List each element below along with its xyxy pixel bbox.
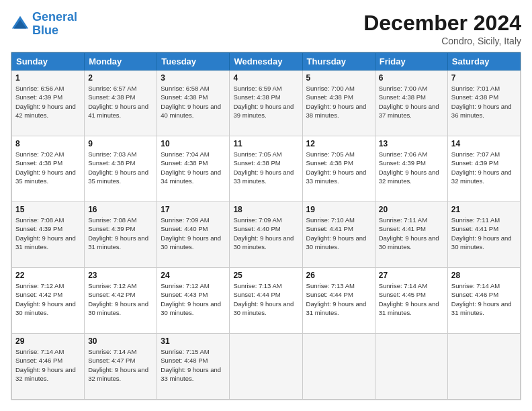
day-info: Sunrise: 7:14 AM Sunset: 4:46 PM Dayligh…: [451, 281, 517, 317]
day-number: 21: [451, 205, 517, 214]
day-info: Sunrise: 7:15 AM Sunset: 4:48 PM Dayligh…: [161, 347, 226, 383]
logo-line1: General: [32, 10, 77, 24]
day-info: Sunrise: 7:12 AM Sunset: 4:42 PM Dayligh…: [15, 281, 81, 317]
sunrise-label: Sunrise: 7:14 AM: [451, 282, 500, 289]
weekday-header: Thursday: [302, 53, 375, 71]
calendar-day-cell: 1 Sunrise: 6:56 AM Sunset: 4:39 PM Dayli…: [12, 71, 85, 136]
daylight-label: Daylight: 9 hours and 31 minutes.: [306, 300, 367, 316]
sunset-label: Sunset: 4:39 PM: [15, 93, 62, 101]
calendar-week-row: 29 Sunrise: 7:14 AM Sunset: 4:46 PM Dayl…: [12, 334, 521, 400]
weekday-header: Tuesday: [157, 53, 230, 71]
calendar-day-cell: 31 Sunrise: 7:15 AM Sunset: 4:48 PM Dayl…: [157, 334, 230, 400]
sunset-label: Sunset: 4:40 PM: [233, 225, 280, 232]
day-number: 9: [88, 139, 153, 148]
daylight-label: Daylight: 9 hours and 34 minutes.: [161, 169, 221, 185]
location: Condro, Sicily, Italy: [363, 36, 521, 46]
page: General Blue December 2024 Condro, Sicil…: [0, 0, 532, 411]
sunset-label: Sunset: 4:39 PM: [88, 225, 135, 232]
sunrise-label: Sunrise: 7:14 AM: [88, 348, 136, 355]
sunrise-label: Sunrise: 6:58 AM: [161, 85, 209, 92]
calendar-day-cell: 27 Sunrise: 7:14 AM Sunset: 4:45 PM Dayl…: [375, 268, 447, 334]
daylight-label: Daylight: 9 hours and 33 minutes.: [161, 366, 221, 382]
calendar-day-cell: 13 Sunrise: 7:06 AM Sunset: 4:39 PM Dayl…: [375, 136, 447, 202]
sunset-label: Sunset: 4:43 PM: [161, 291, 208, 298]
sunset-label: Sunset: 4:41 PM: [306, 225, 353, 232]
sunrise-label: Sunrise: 7:02 AM: [15, 150, 64, 158]
sunrise-label: Sunrise: 7:08 AM: [88, 216, 136, 224]
sunrise-label: Sunrise: 7:00 AM: [306, 85, 355, 92]
daylight-label: Daylight: 9 hours and 32 minutes.: [451, 169, 512, 185]
day-info: Sunrise: 7:07 AM Sunset: 4:39 PM Dayligh…: [451, 150, 517, 185]
sunrise-label: Sunrise: 7:12 AM: [15, 282, 64, 289]
daylight-label: Daylight: 9 hours and 36 minutes.: [451, 103, 512, 119]
logo-text: General Blue: [32, 11, 77, 38]
day-info: Sunrise: 7:14 AM Sunset: 4:46 PM Dayligh…: [15, 347, 81, 383]
sunset-label: Sunset: 4:39 PM: [15, 225, 62, 232]
sunset-label: Sunset: 4:40 PM: [161, 225, 208, 232]
day-number: 26: [306, 271, 371, 280]
sunset-label: Sunset: 4:38 PM: [161, 159, 208, 167]
day-info: Sunrise: 7:01 AM Sunset: 4:38 PM Dayligh…: [451, 84, 517, 120]
day-number: 29: [15, 336, 81, 346]
day-info: Sunrise: 7:11 AM Sunset: 4:41 PM Dayligh…: [379, 216, 444, 251]
sunrise-label: Sunrise: 7:08 AM: [15, 216, 64, 224]
day-info: Sunrise: 7:08 AM Sunset: 4:39 PM Dayligh…: [15, 216, 81, 251]
day-info: Sunrise: 6:58 AM Sunset: 4:38 PM Dayligh…: [161, 84, 226, 120]
calendar-day-cell: 10 Sunrise: 7:04 AM Sunset: 4:38 PM Dayl…: [157, 136, 230, 202]
calendar-day-cell: 21 Sunrise: 7:11 AM Sunset: 4:41 PM Dayl…: [447, 202, 520, 268]
sunrise-label: Sunrise: 7:10 AM: [306, 216, 355, 224]
day-info: Sunrise: 7:04 AM Sunset: 4:38 PM Dayligh…: [161, 150, 226, 185]
weekday-header: Sunday: [12, 53, 85, 71]
sunset-label: Sunset: 4:38 PM: [233, 159, 280, 167]
sunrise-label: Sunrise: 7:04 AM: [161, 150, 209, 158]
day-number: 22: [15, 271, 81, 280]
sunset-label: Sunset: 4:46 PM: [451, 291, 498, 298]
daylight-label: Daylight: 9 hours and 40 minutes.: [161, 103, 221, 119]
sunrise-label: Sunrise: 7:11 AM: [451, 216, 500, 224]
calendar-day-cell: 2 Sunrise: 6:57 AM Sunset: 4:38 PM Dayli…: [85, 71, 157, 136]
day-info: Sunrise: 7:10 AM Sunset: 4:41 PM Dayligh…: [306, 216, 371, 251]
sunrise-label: Sunrise: 7:11 AM: [379, 216, 427, 224]
day-number: 5: [306, 73, 371, 83]
daylight-label: Daylight: 9 hours and 33 minutes.: [306, 169, 367, 185]
calendar-day-cell: [230, 334, 302, 400]
day-info: Sunrise: 6:56 AM Sunset: 4:39 PM Dayligh…: [15, 84, 81, 120]
calendar-day-cell: 5 Sunrise: 7:00 AM Sunset: 4:38 PM Dayli…: [302, 71, 375, 136]
day-number: 7: [451, 73, 517, 83]
calendar-day-cell: 14 Sunrise: 7:07 AM Sunset: 4:39 PM Dayl…: [447, 136, 520, 202]
calendar-day-cell: 3 Sunrise: 6:58 AM Sunset: 4:38 PM Dayli…: [157, 71, 230, 136]
day-number: 2: [88, 73, 153, 83]
day-number: 15: [15, 205, 81, 214]
weekday-header: Monday: [85, 53, 157, 71]
daylight-label: Daylight: 9 hours and 30 minutes.: [161, 234, 221, 250]
day-info: Sunrise: 7:05 AM Sunset: 4:38 PM Dayligh…: [306, 150, 371, 185]
sunset-label: Sunset: 4:39 PM: [379, 159, 426, 167]
sunset-label: Sunset: 4:38 PM: [15, 159, 62, 167]
sunrise-label: Sunrise: 7:14 AM: [15, 348, 64, 355]
calendar-day-cell: 25 Sunrise: 7:13 AM Sunset: 4:44 PM Dayl…: [230, 268, 302, 334]
calendar-day-cell: 6 Sunrise: 7:00 AM Sunset: 4:38 PM Dayli…: [375, 71, 447, 136]
daylight-label: Daylight: 9 hours and 38 minutes.: [306, 103, 367, 119]
sunrise-label: Sunrise: 7:12 AM: [88, 282, 136, 289]
day-number: 23: [88, 271, 153, 280]
logo-line2: Blue: [32, 24, 58, 37]
calendar-day-cell: [375, 334, 447, 400]
sunrise-label: Sunrise: 7:09 AM: [233, 216, 281, 224]
sunrise-label: Sunrise: 7:14 AM: [379, 282, 427, 289]
calendar-day-cell: 15 Sunrise: 7:08 AM Sunset: 4:39 PM Dayl…: [12, 202, 85, 268]
day-info: Sunrise: 7:14 AM Sunset: 4:47 PM Dayligh…: [88, 347, 153, 383]
day-number: 18: [233, 205, 298, 214]
day-info: Sunrise: 7:05 AM Sunset: 4:38 PM Dayligh…: [233, 150, 298, 185]
calendar-day-cell: 9 Sunrise: 7:03 AM Sunset: 4:38 PM Dayli…: [85, 136, 157, 202]
daylight-label: Daylight: 9 hours and 31 minutes.: [88, 234, 148, 250]
sunrise-label: Sunrise: 7:13 AM: [233, 282, 281, 289]
day-number: 10: [161, 139, 226, 148]
calendar-day-cell: 28 Sunrise: 7:14 AM Sunset: 4:46 PM Dayl…: [447, 268, 520, 334]
calendar-day-cell: 12 Sunrise: 7:05 AM Sunset: 4:38 PM Dayl…: [302, 136, 375, 202]
daylight-label: Daylight: 9 hours and 39 minutes.: [233, 103, 294, 119]
calendar-week-row: 15 Sunrise: 7:08 AM Sunset: 4:39 PM Dayl…: [12, 202, 521, 268]
day-info: Sunrise: 7:06 AM Sunset: 4:39 PM Dayligh…: [379, 150, 444, 185]
day-info: Sunrise: 7:09 AM Sunset: 4:40 PM Dayligh…: [161, 216, 226, 251]
calendar-day-cell: 24 Sunrise: 7:12 AM Sunset: 4:43 PM Dayl…: [157, 268, 230, 334]
calendar-day-cell: 4 Sunrise: 6:59 AM Sunset: 4:38 PM Dayli…: [230, 71, 302, 136]
